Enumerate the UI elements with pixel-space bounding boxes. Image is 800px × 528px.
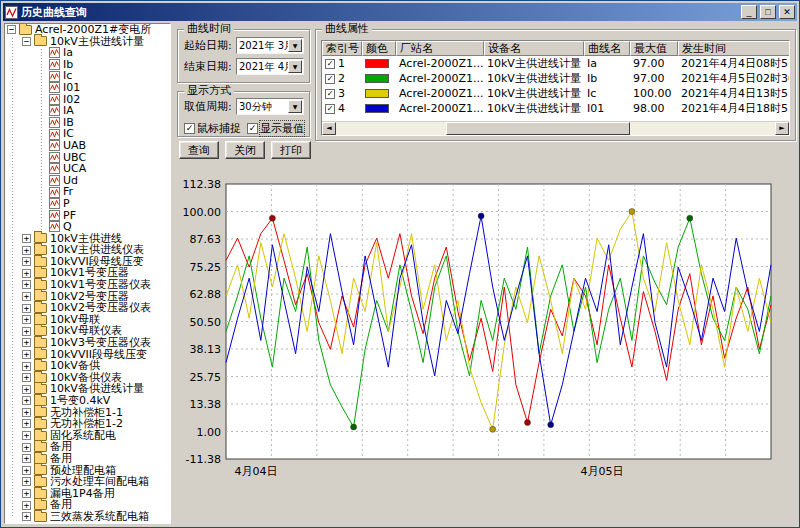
tree-item-signal[interactable]: I01 <box>5 82 170 94</box>
minimize-button[interactable]: _ <box>741 5 757 19</box>
title-bar[interactable]: 历史曲线查询 _ □ ✕ <box>3 3 797 21</box>
start-date-select[interactable]: 2021年 3月30 ▼ <box>236 37 304 54</box>
scroll-thumb[interactable] <box>446 122 630 135</box>
end-date-value: 2021年 4月14 <box>237 60 288 74</box>
y-tick-label: 38.13 <box>190 343 222 356</box>
column-header-3[interactable]: 厂站名 <box>396 41 484 56</box>
expand-icon[interactable]: + <box>22 512 31 521</box>
expand-icon[interactable]: + <box>22 477 31 486</box>
chevron-down-icon[interactable]: ▼ <box>288 60 302 73</box>
expand-icon[interactable]: + <box>22 257 31 266</box>
tree-item-signal[interactable]: Ic <box>5 70 170 82</box>
tree-item-signal[interactable]: Q <box>5 221 170 233</box>
tree-item-signal[interactable]: Ia <box>5 47 170 59</box>
expand-icon[interactable]: + <box>22 466 31 475</box>
scroll-right-button[interactable]: ► <box>775 122 789 135</box>
expand-icon[interactable]: + <box>22 454 31 463</box>
tree-item-folder[interactable]: +漏电1P4备用 <box>5 488 170 500</box>
mouse-capture-checkbox[interactable]: ✓ <box>184 123 195 134</box>
curve-icon <box>49 71 60 82</box>
row-checkbox[interactable]: ✓ <box>325 104 335 114</box>
tree-item-label: Q <box>63 221 72 233</box>
tree-item-folder[interactable]: +10kV1号变压器仪表 <box>5 279 170 291</box>
x-tick-label: 4月04日 <box>235 465 278 478</box>
tree-item-signal[interactable]: I02 <box>5 94 170 106</box>
print-button[interactable]: 打印 <box>271 141 311 159</box>
curve-table[interactable]: 索引号颜色厂站名设备名曲线名最大值发生时间 ✓1Acrel-2000Z1...1… <box>321 40 790 136</box>
expand-icon[interactable]: + <box>22 246 31 255</box>
tree-item-signal[interactable]: Ib <box>5 59 170 71</box>
tree-item-signal[interactable]: UBC <box>5 152 170 164</box>
expand-icon[interactable]: + <box>22 443 31 452</box>
table-scrollbar[interactable]: ◄ ► <box>322 121 789 135</box>
row-checkbox[interactable]: ✓ <box>325 74 335 84</box>
expand-icon[interactable]: + <box>22 350 31 359</box>
expand-icon[interactable]: + <box>22 419 31 428</box>
chevron-down-icon[interactable]: ▼ <box>288 39 302 52</box>
scroll-left-button[interactable]: ◄ <box>322 122 336 135</box>
tree-item-signal[interactable]: IA <box>5 105 170 117</box>
row-checkbox[interactable]: ✓ <box>325 59 335 69</box>
expand-icon[interactable]: + <box>22 373 31 382</box>
tree-item-signal[interactable]: Fr <box>5 186 170 198</box>
expand-icon[interactable]: + <box>22 280 31 289</box>
close-button[interactable]: ✕ <box>779 5 795 19</box>
device-tree[interactable]: −Acrel-2000Z1#变电所−10kV主供进线计量IaIbIcI01I02… <box>4 23 171 524</box>
tree-item-folder[interactable]: +污水处理车间配电箱 <box>5 476 170 488</box>
table-row[interactable]: ✓1Acrel-2000Z1...10kV主供进线计量Ia97.002021年4… <box>322 56 789 71</box>
folder-icon <box>34 315 47 325</box>
tree-item-signal[interactable]: UAB <box>5 140 170 152</box>
expand-icon[interactable]: + <box>22 327 31 336</box>
tree-item-folder[interactable]: −10kV主供进线计量 <box>5 36 170 48</box>
expand-icon[interactable]: + <box>22 338 31 347</box>
tree-item-folder[interactable]: −Acrel-2000Z1#变电所 <box>5 24 170 36</box>
expand-icon[interactable]: + <box>22 304 31 313</box>
tree-item-folder[interactable]: +1号变0.4kV <box>5 395 170 407</box>
expand-icon[interactable]: + <box>22 408 31 417</box>
expand-icon[interactable]: + <box>22 234 31 243</box>
chevron-down-icon[interactable]: ▼ <box>288 100 302 113</box>
expand-icon[interactable]: + <box>22 396 31 405</box>
scroll-track[interactable] <box>336 122 775 135</box>
column-header-7[interactable]: 发生时间 <box>678 41 790 56</box>
table-row[interactable]: ✓4Acrel-2000Z1...10kV主供进线计量I0198.002021年… <box>322 101 789 116</box>
tree-item-signal[interactable]: PF <box>5 210 170 222</box>
tree-item-folder[interactable]: +固化系统配电 <box>5 430 170 442</box>
tree-item-signal[interactable]: P <box>5 198 170 210</box>
query-button[interactable]: 查询 <box>179 141 219 159</box>
tree-item-signal[interactable]: Ud <box>5 175 170 187</box>
tree-item-folder[interactable]: +10kV3号变压器仪表 <box>5 337 170 349</box>
folder-icon <box>34 373 47 383</box>
end-date-select[interactable]: 2021年 4月14 ▼ <box>236 58 304 75</box>
tree-item-signal[interactable]: IB <box>5 117 170 129</box>
column-header-2[interactable]: 颜色 <box>362 41 396 56</box>
collapse-icon[interactable]: − <box>22 37 31 46</box>
tree-item-signal[interactable]: IC <box>5 128 170 140</box>
curve-icon <box>49 198 60 209</box>
show-extremes-checkbox[interactable]: ✓ <box>247 123 258 134</box>
start-date-label: 起始日期: <box>184 38 236 53</box>
column-header-4[interactable]: 设备名 <box>484 41 584 56</box>
expand-icon[interactable]: + <box>22 269 31 278</box>
tree-item-folder[interactable]: +三效蒸发系统配电箱 <box>5 511 170 523</box>
close-dialog-button[interactable]: 关闭 <box>225 141 265 159</box>
column-header-6[interactable]: 最大值 <box>630 41 678 56</box>
table-row[interactable]: ✓3Acrel-2000Z1...10kV主供进线计量Ic100.002021年… <box>322 86 789 101</box>
expand-icon[interactable]: + <box>22 501 31 510</box>
tree-item-folder[interactable]: +备用 <box>5 453 170 465</box>
tree-item-folder[interactable]: +备用 <box>5 441 170 453</box>
column-header-5[interactable]: 曲线名 <box>584 41 630 56</box>
expand-icon[interactable]: + <box>22 431 31 440</box>
maximize-button[interactable]: □ <box>760 5 776 19</box>
expand-icon[interactable]: + <box>22 362 31 371</box>
period-select[interactable]: 30分钟 ▼ <box>236 98 304 115</box>
collapse-icon[interactable]: − <box>7 25 16 34</box>
expand-icon[interactable]: + <box>22 315 31 324</box>
expand-icon[interactable]: + <box>22 489 31 498</box>
row-checkbox[interactable]: ✓ <box>325 89 335 99</box>
tree-item-signal[interactable]: UCA <box>5 163 170 175</box>
table-row[interactable]: ✓2Acrel-2000Z1...10kV主供进线计量Ib97.002021年4… <box>322 71 789 86</box>
expand-icon[interactable]: + <box>22 385 31 394</box>
expand-icon[interactable]: + <box>22 292 31 301</box>
column-header-1[interactable]: 索引号 <box>322 41 362 56</box>
